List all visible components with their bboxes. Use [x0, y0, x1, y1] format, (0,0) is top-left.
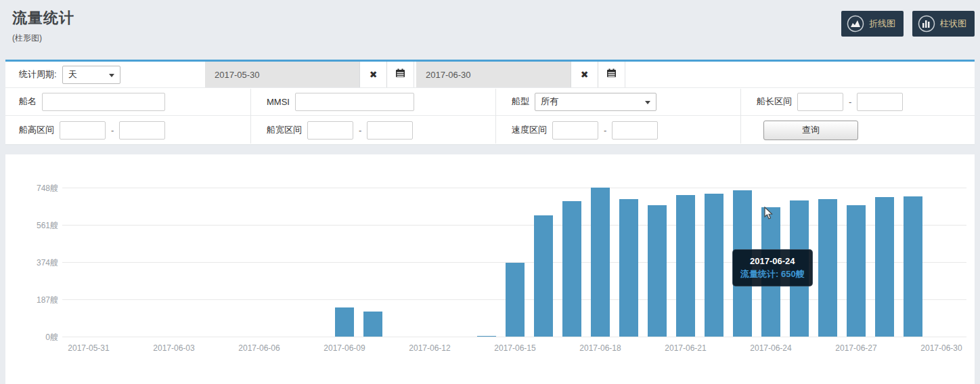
x-axis-tick-label: 2017-06-09	[311, 343, 378, 353]
speed-label: 速度区间	[512, 124, 547, 136]
y-axis-tick-label: 0艘	[5, 332, 58, 343]
ship-length-label: 船长区间	[757, 95, 792, 108]
ship-type-select[interactable]: 所有	[535, 93, 656, 111]
ship-height-max-input[interactable]	[119, 121, 165, 140]
y-gridline	[62, 188, 966, 188]
traffic-bar-chart: 0艘187艘374艘561艘748艘2017-05-312017-06-0320…	[5, 154, 975, 384]
x-axis-tick-label: 2017-05-31	[55, 343, 122, 353]
chart-type-switcher: 折线图 柱状图	[841, 11, 975, 37]
x-axis-tick-label: 2017-06-27	[822, 343, 890, 353]
y-axis-tick-label: 187艘	[5, 295, 58, 306]
ship-width-max-input[interactable]	[367, 121, 413, 140]
bar[interactable]	[847, 205, 866, 337]
start-date-group: 2017-05-30 ✖	[205, 62, 414, 87]
y-gridline	[62, 337, 966, 337]
bar[interactable]	[534, 215, 553, 337]
end-date-calendar-button[interactable]	[598, 62, 625, 87]
tooltip-value: 流量统计: 650艘	[740, 268, 805, 281]
x-axis-tick-label: 2017-06-06	[225, 343, 293, 353]
ship-type-label: 船型	[512, 95, 529, 108]
y-axis-tick-label: 374艘	[5, 257, 58, 269]
period-select[interactable]: 天	[62, 66, 120, 84]
column-divider	[495, 89, 496, 144]
speed-min-input[interactable]	[552, 121, 598, 140]
plot-area: 0艘187艘374艘561艘748艘2017-05-312017-06-0320…	[5, 154, 975, 384]
line-chart-icon	[847, 15, 864, 33]
column-divider	[740, 89, 741, 144]
x-axis-tick-label: 2017-06-03	[140, 343, 208, 353]
x-axis-tick-label: 2017-06-12	[396, 343, 464, 353]
ship-length-min-input[interactable]	[797, 93, 843, 111]
page-title: 流量统计	[12, 8, 74, 28]
bar-chart-button[interactable]: 柱状图	[912, 11, 975, 37]
clear-icon: ✖	[370, 69, 378, 80]
tooltip-date: 2017-06-24	[740, 255, 805, 268]
filter-panel: 统计周期: 天 2017-05-30 ✖	[5, 60, 975, 145]
mmsi-input[interactable]	[295, 93, 414, 111]
range-separator: -	[359, 125, 361, 135]
bar[interactable]	[705, 194, 723, 337]
bar[interactable]	[676, 195, 695, 337]
start-date-calendar-button[interactable]	[386, 62, 414, 87]
page-subtitle: (柱形图)	[12, 33, 42, 44]
traffic-statistics-page: 流量统计 (柱形图) 折线图 柱状图	[0, 0, 980, 384]
bar-chart-button-label: 柱状图	[940, 18, 966, 30]
bar[interactable]	[363, 312, 382, 337]
range-separator: -	[111, 125, 114, 135]
bar[interactable]	[875, 197, 894, 337]
y-axis-tick-label: 561艘	[5, 220, 58, 232]
ship-name-input[interactable]	[42, 93, 165, 111]
chart-tooltip: 2017-06-24 流量统计: 650艘	[732, 249, 813, 286]
bar[interactable]	[335, 307, 354, 337]
end-date-input[interactable]: 2017-06-30	[416, 62, 571, 87]
bar[interactable]	[591, 188, 610, 337]
calendar-icon	[606, 68, 617, 81]
mouse-cursor-icon	[764, 207, 775, 223]
start-date-input[interactable]: 2017-05-30	[205, 62, 359, 87]
bar[interactable]	[562, 201, 581, 337]
end-date-group: 2017-06-30 ✖	[416, 62, 625, 87]
bar[interactable]	[648, 205, 667, 337]
bar[interactable]	[904, 196, 922, 337]
range-separator: -	[849, 97, 851, 107]
y-axis-tick-label: 748艘	[5, 183, 58, 194]
bar[interactable]	[506, 263, 525, 337]
line-chart-button[interactable]: 折线图	[841, 11, 904, 37]
chevron-down-icon	[645, 101, 650, 104]
x-axis-tick-label: 2017-06-30	[908, 343, 975, 353]
chevron-down-icon	[109, 74, 114, 77]
x-axis-tick-label: 2017-06-18	[566, 343, 634, 353]
clear-icon: ✖	[581, 69, 589, 80]
ship-height-label: 船高区间	[19, 124, 54, 136]
ship-width-min-input[interactable]	[307, 121, 353, 140]
ship-name-label: 船名	[19, 95, 37, 108]
bar[interactable]	[619, 199, 638, 337]
mmsi-label: MMSI	[267, 97, 290, 107]
calendar-icon	[395, 68, 405, 81]
filter-row-period: 统计周期: 天 2017-05-30 ✖	[5, 62, 975, 88]
ship-height-min-input[interactable]	[60, 121, 106, 140]
bar[interactable]	[477, 336, 496, 337]
ship-width-label: 船宽区间	[267, 124, 302, 136]
filter-row-dimensions: 船高区间 - 船宽区间 - 速度区间 - 查询	[5, 116, 975, 144]
query-button[interactable]: 查询	[763, 121, 858, 140]
filter-row-ship: 船名 MMSI 船型 所有 船长区间 -	[5, 88, 975, 116]
period-select-value: 天	[68, 68, 77, 81]
period-label: 统计周期:	[19, 68, 57, 81]
ship-length-max-input[interactable]	[857, 93, 903, 111]
line-chart-button-label: 折线图	[869, 18, 895, 30]
bar-chart-icon	[918, 15, 935, 33]
range-separator: -	[604, 125, 606, 135]
clear-end-date-button[interactable]: ✖	[571, 62, 598, 87]
x-axis-tick-label: 2017-06-21	[652, 343, 719, 353]
clear-start-date-button[interactable]: ✖	[359, 62, 386, 87]
column-divider	[250, 89, 251, 144]
x-axis-tick-label: 2017-06-15	[481, 343, 549, 353]
ship-type-select-value: 所有	[541, 95, 558, 108]
speed-max-input[interactable]	[612, 121, 658, 140]
bar[interactable]	[818, 199, 837, 337]
x-axis-tick-label: 2017-06-24	[737, 343, 805, 353]
